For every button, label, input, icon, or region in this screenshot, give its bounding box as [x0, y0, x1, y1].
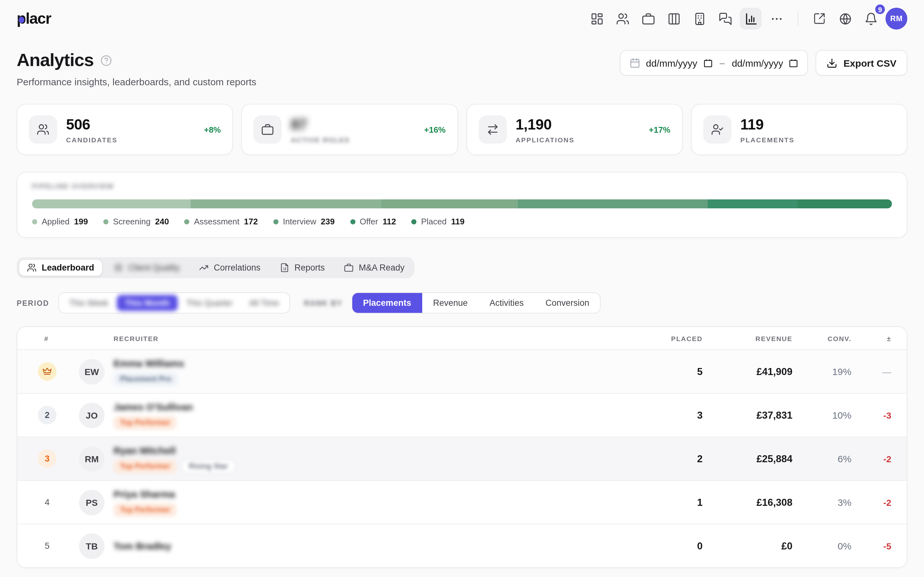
stat-value: 506 — [66, 116, 118, 133]
metric-activities[interactable]: Activities — [479, 293, 535, 313]
kanban-columns-icon[interactable] — [663, 8, 685, 29]
date-range-picker[interactable]: dd/mm/yyyy – dd/mm/yyyy — [620, 50, 808, 76]
legend-item: Placed119 — [411, 217, 464, 226]
leaderboard-table: # RECRUITER PLACED REVENUE CONV. ± EW Em… — [17, 326, 907, 568]
revenue-value: £16,308 — [703, 496, 792, 508]
table-row[interactable]: EW Emma Williams Placement Pro 5 £41,909… — [17, 350, 907, 393]
conversion-value: 0% — [792, 540, 851, 551]
table-row-current-user[interactable]: 3 RM Ryan Mitchell Top Performer Rising … — [17, 437, 907, 480]
date-picker-glyph[interactable] — [789, 58, 798, 68]
revenue-value: £0 — [703, 540, 792, 552]
stat-value-redacted: 87 — [291, 116, 350, 133]
tab-label: Reports — [294, 263, 325, 272]
external-link-icon[interactable] — [809, 8, 830, 29]
date-to-input[interactable]: dd/mm/yyyy — [732, 57, 783, 68]
user-avatar[interactable]: RM — [885, 8, 907, 29]
arrows-exchange-icon — [478, 115, 507, 143]
placed-value: 5 — [632, 366, 703, 377]
placed-value: 1 — [632, 496, 703, 508]
rank-change: -5 — [851, 541, 891, 551]
stat-card-candidates: 506 CANDIDATES +8% — [17, 104, 233, 155]
messages-icon[interactable] — [714, 8, 736, 29]
pipeline-bar — [32, 199, 892, 208]
jobs-briefcase-icon[interactable] — [637, 8, 659, 29]
avatar: TB — [79, 533, 105, 559]
badge-redacted: Top Performer — [113, 416, 177, 429]
leaderboard-filters: PERIOD This Week This Month This Quarter… — [17, 292, 907, 314]
avatar: EW — [79, 359, 105, 384]
conversion-value: 10% — [792, 410, 851, 421]
companies-building-icon[interactable] — [688, 8, 710, 29]
users-icon — [29, 115, 57, 143]
help-icon[interactable] — [100, 54, 112, 66]
period-option-week-redacted[interactable]: This Week — [61, 295, 116, 311]
pipeline-segment-placed — [797, 199, 892, 208]
table-row[interactable]: 2 JO James O'Sullivan Top Performer 3 £3… — [17, 393, 907, 437]
col-change: ± — [851, 334, 891, 342]
col-revenue: REVENUE — [703, 334, 792, 342]
period-option-alltime-redacted[interactable]: All Time — [241, 295, 287, 311]
recruiter-name-redacted: Ryan Mitchell — [113, 445, 235, 456]
legend-value: 112 — [383, 217, 396, 226]
legend-item: Offer112 — [350, 217, 396, 226]
dashboard-icon[interactable] — [586, 8, 607, 29]
table-row[interactable]: 4 PS Priya Sharma Top Performer 1 £16,30… — [17, 480, 907, 524]
notifications-bell-icon[interactable]: 9 — [860, 8, 882, 29]
recruiter-name-redacted: Tom Bradley — [113, 540, 171, 551]
stat-value: 1,190 — [515, 116, 575, 133]
globe-icon[interactable] — [834, 8, 856, 29]
metric-placements[interactable]: Placements — [352, 293, 422, 313]
col-recruiter: RECRUITER — [79, 334, 632, 342]
stat-card-applications: 1,190 APPLICATIONS +17% — [466, 104, 683, 155]
period-option-quarter-redacted[interactable]: This Quarter — [178, 295, 241, 311]
tab-correlations[interactable]: Correlations — [191, 259, 269, 276]
badge-redacted: Top Performer — [113, 459, 177, 473]
revenue-value: £37,831 — [703, 409, 792, 421]
rank-change: -2 — [851, 497, 891, 508]
table-row[interactable]: 5 TB Tom Bradley 0 £0 0% -5 — [17, 524, 907, 567]
tab-client-quality-redacted[interactable]: Client Quality — [105, 259, 188, 276]
revenue-value: £41,909 — [703, 366, 792, 377]
date-from-input[interactable]: dd/mm/yyyy — [646, 57, 697, 68]
app-logo[interactable]: placr — [17, 10, 51, 27]
candidates-icon[interactable] — [612, 8, 633, 29]
nav-divider — [798, 11, 798, 26]
rank-badge: 4 — [38, 493, 57, 512]
tab-leaderboard[interactable]: Leaderboard — [19, 259, 103, 276]
table-header-row: # RECRUITER PLACED REVENUE CONV. ± — [17, 327, 907, 350]
badge-redacted: Top Performer — [113, 503, 177, 516]
tab-label: Leaderboard — [42, 263, 94, 272]
rank-by-label-redacted: RANK BY — [304, 299, 342, 307]
legend-item: Applied199 — [32, 217, 88, 226]
top-bar: placr — [0, 0, 924, 37]
tab-label: Client Quality — [128, 263, 180, 272]
legend-dot — [273, 219, 278, 224]
recruiter-name-redacted: James O'Sullivan — [113, 401, 193, 412]
metric-revenue[interactable]: Revenue — [422, 293, 479, 313]
stat-card-active-roles: 87 ACTIVE ROLES +16% — [242, 104, 458, 155]
legend-value: 240 — [155, 217, 169, 226]
stat-label-redacted: ACTIVE ROLES — [291, 135, 350, 143]
recruiter-name-redacted: Emma Williams — [113, 358, 184, 368]
avatar: RM — [79, 446, 105, 472]
tab-ma-ready[interactable]: M&A Ready — [336, 259, 413, 276]
pipeline-segment-offer — [708, 199, 797, 208]
legend-item: Screening240 — [103, 217, 169, 226]
legend-dot — [103, 219, 108, 224]
period-option-month-redacted[interactable]: This Month — [117, 295, 178, 311]
page-subtitle: Performance insights, leaderboards, and … — [17, 76, 256, 87]
stat-cards: 506 CANDIDATES +8% 87 ACTIVE ROLES +16% … — [0, 104, 924, 155]
more-ellipsis-icon[interactable] — [766, 8, 787, 29]
legend-dot — [32, 219, 37, 224]
tab-reports[interactable]: Reports — [271, 259, 333, 276]
legend-item: Interview239 — [273, 217, 334, 226]
analytics-chart-icon[interactable] — [740, 8, 762, 29]
revenue-value: £25,884 — [703, 453, 792, 464]
legend-dot — [350, 219, 355, 224]
stat-card-placements: 119 PLACEMENTS — [691, 104, 908, 155]
date-picker-glyph[interactable] — [703, 58, 712, 68]
user-check-icon — [703, 115, 732, 143]
metric-conversion[interactable]: Conversion — [535, 293, 600, 313]
export-csv-button[interactable]: Export CSV — [816, 50, 907, 76]
pipeline-segment-assessment — [381, 199, 518, 208]
